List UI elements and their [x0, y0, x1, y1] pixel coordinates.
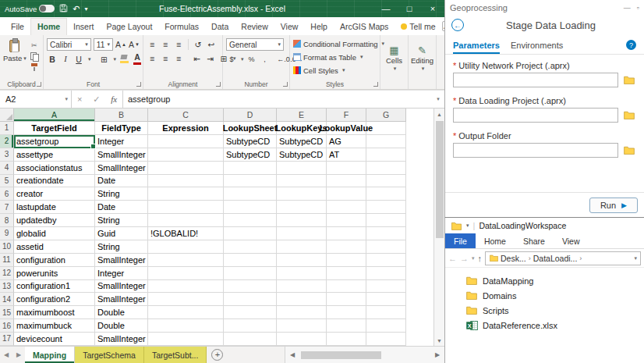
row-header-10[interactable]: 10	[0, 240, 14, 254]
ribbon-tab-formulas[interactable]: Formulas	[158, 19, 205, 35]
cell-B13[interactable]: SmallInteger	[95, 280, 148, 294]
maximize-button[interactable]: □	[398, 0, 421, 17]
cell-F12[interactable]	[327, 267, 366, 280]
align-bottom-icon[interactable]: ≡	[173, 38, 184, 50]
cell-A3[interactable]: assettype	[14, 148, 95, 162]
explorer-tab-home[interactable]: Home	[476, 233, 515, 248]
clipboard-dialog-launcher-icon[interactable]	[37, 82, 41, 87]
cell-B11[interactable]: SmallInteger	[95, 254, 148, 267]
cell-A1[interactable]: TargetField	[14, 122, 95, 135]
cell-A2[interactable]: assetgroup	[14, 135, 95, 148]
pane-dock-icon[interactable]: ▫	[637, 4, 639, 12]
scroll-up-icon[interactable]: ▲	[434, 109, 444, 119]
explorer-tab-file[interactable]: File	[445, 233, 476, 248]
cell-styles-button[interactable]: Cell Styles▾	[293, 64, 377, 77]
cell-F6[interactable]	[327, 187, 366, 201]
cell-G2[interactable]	[366, 135, 406, 148]
font-name-select[interactable]: Calibri▾	[47, 38, 91, 51]
cells-button[interactable]: ▦ Cells ▾	[384, 38, 405, 78]
cell-D4[interactable]	[224, 162, 277, 175]
number-dialog-launcher-icon[interactable]	[283, 82, 288, 87]
cell-E10[interactable]	[277, 240, 327, 254]
address-dropdown-icon[interactable]: ▾	[634, 255, 637, 262]
cell-D6[interactable]	[224, 187, 277, 201]
row-header-7[interactable]: 7	[0, 201, 14, 214]
browse-folder-icon[interactable]	[622, 109, 636, 121]
cell-E2[interactable]: SubtypeCD	[277, 135, 327, 148]
explorer-tab-share[interactable]: Share	[515, 233, 554, 248]
cell-F14[interactable]	[327, 293, 366, 306]
cell-D11[interactable]	[224, 254, 277, 267]
copy-icon[interactable]	[30, 52, 38, 61]
cell-B6[interactable]: String	[95, 187, 148, 201]
horizontal-scroll-thumb[interactable]	[301, 351, 381, 359]
cell-D1[interactable]: LookupSheet	[224, 122, 277, 135]
cell-F3[interactable]: AT	[327, 148, 366, 162]
cell-C14[interactable]	[148, 293, 224, 306]
row-header-2[interactable]: 2	[0, 135, 14, 148]
cell-C2[interactable]	[148, 135, 224, 148]
cell-D13[interactable]	[224, 280, 277, 294]
help-icon[interactable]: ?	[626, 40, 636, 50]
cell-B9[interactable]: Guid	[95, 227, 148, 240]
cell-A5[interactable]: creationdate	[14, 175, 95, 188]
cell-G8[interactable]	[366, 214, 406, 227]
cell-F17[interactable]	[327, 333, 366, 346]
cell-D8[interactable]	[224, 214, 277, 227]
cut-icon[interactable]: ✂	[30, 41, 38, 50]
ribbon-tab-insert[interactable]: Insert	[67, 19, 100, 35]
cell-B7[interactable]: Date	[95, 201, 148, 214]
align-middle-icon[interactable]: ≡	[160, 38, 171, 50]
cell-B4[interactable]: SmallInteger	[95, 162, 148, 175]
cell-D14[interactable]	[224, 293, 277, 306]
geo-field-input-utility-network-project-aprx[interactable]	[453, 73, 618, 87]
row-header-14[interactable]: 14	[0, 293, 14, 306]
cell-E8[interactable]	[277, 214, 327, 227]
cell-F13[interactable]	[327, 280, 366, 294]
cell-A10[interactable]: assetid	[14, 240, 95, 254]
column-header-C[interactable]: C	[148, 109, 224, 122]
cell-G9[interactable]	[366, 227, 406, 240]
cell-E12[interactable]	[277, 267, 327, 280]
cell-D16[interactable]	[224, 319, 277, 333]
row-header-13[interactable]: 13	[0, 280, 14, 294]
row-header-9[interactable]: 9	[0, 227, 14, 240]
cell-G14[interactable]	[366, 293, 406, 306]
cell-G4[interactable]	[366, 162, 406, 175]
increase-indent-icon[interactable]: ⇥	[205, 52, 216, 64]
cell-F10[interactable]	[327, 240, 366, 254]
cell-C1[interactable]: Expression	[148, 122, 224, 135]
row-header-12[interactable]: 12	[0, 267, 14, 280]
breadcrumb-segment-dataloadi[interactable]: DataLoadi...	[533, 254, 578, 263]
cell-A12[interactable]: powerunits	[14, 267, 95, 280]
insert-function-icon[interactable]: fx	[111, 94, 117, 104]
cell-C12[interactable]	[148, 267, 224, 280]
cell-A7[interactable]: lastupdate	[14, 201, 95, 214]
cell-D9[interactable]	[224, 227, 277, 240]
cell-E6[interactable]	[277, 187, 327, 201]
row-header-17[interactable]: 17	[0, 333, 14, 346]
cell-E11[interactable]	[277, 254, 327, 267]
format-painter-icon[interactable]	[30, 62, 38, 72]
close-button[interactable]: ×	[421, 0, 444, 17]
browse-folder-icon[interactable]	[622, 144, 636, 156]
row-header-1[interactable]: 1	[0, 122, 14, 135]
autosave-toggle[interactable]: AutoSave	[5, 5, 55, 13]
vertical-scrollbar[interactable]: ▲ ▼	[433, 109, 444, 346]
align-top-icon[interactable]: ≡	[147, 38, 157, 50]
decrease-indent-icon[interactable]: ⇤	[192, 52, 203, 64]
align-center-icon[interactable]: ≡	[160, 52, 171, 64]
row-header-4[interactable]: 4	[0, 162, 14, 175]
cell-G13[interactable]	[366, 280, 406, 294]
row-header-3[interactable]: 3	[0, 148, 14, 162]
cell-F11[interactable]	[327, 254, 366, 267]
cell-C16[interactable]	[148, 319, 224, 333]
nav-back-icon[interactable]: ←	[448, 254, 457, 263]
folder-item-scripts[interactable]: Scripts	[465, 303, 644, 318]
font-dialog-launcher-icon[interactable]	[136, 82, 141, 87]
back-arrow-icon[interactable]: ←	[451, 19, 464, 31]
row-header-11[interactable]: 11	[0, 254, 14, 267]
cell-B16[interactable]: Double	[95, 319, 148, 333]
ribbon-tab-file[interactable]: File	[5, 19, 30, 35]
cell-C9[interactable]: !GLOBALID!	[148, 227, 224, 240]
